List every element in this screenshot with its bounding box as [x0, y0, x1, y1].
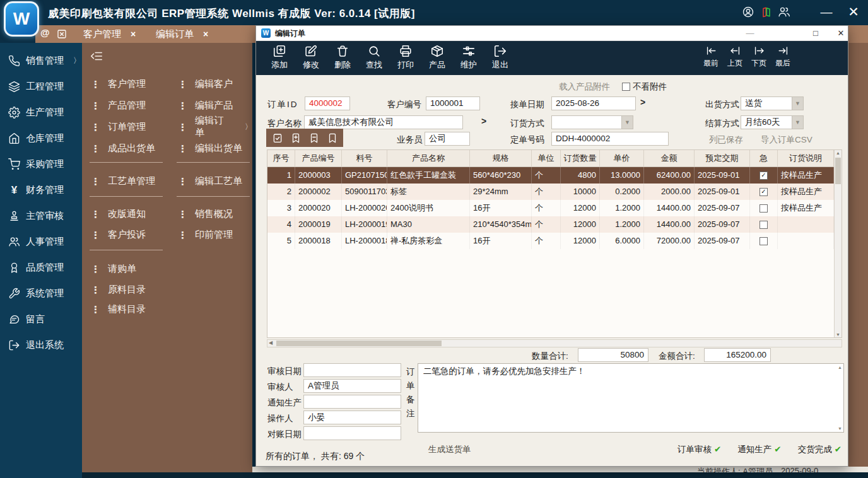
dialog-close-button[interactable]: ✕ — [834, 27, 848, 40]
exit-button[interactable]: 退出 — [484, 44, 516, 71]
receive-date-picker-icon[interactable]: > — [640, 97, 645, 107]
urgent-checkbox-cell[interactable] — [750, 200, 778, 216]
customer-no-field[interactable]: 1000001 — [426, 96, 480, 110]
scrollbar-thumb[interactable] — [835, 158, 841, 184]
sidebar-item-hr[interactable]: 人事管理 — [0, 229, 82, 255]
table-row[interactable]: 52000018LH-2000018禅-私房茶彩盒16开个120006.0000… — [267, 233, 834, 249]
table-row[interactable]: 220000025090011703D标签29*24mm个100000.2000… — [267, 184, 834, 200]
scrollbar-thumb[interactable] — [276, 341, 442, 346]
menu-item-revision-notice[interactable]: ⋮改版通知 — [91, 207, 146, 221]
customer-lookup-icon[interactable]: > — [481, 116, 486, 126]
column-header[interactable]: 订货数量 — [561, 150, 600, 167]
receive-date-field[interactable]: 2025-08-26 — [551, 96, 636, 110]
table-row[interactable]: 32000020LH-20000202400说明书16开个120001.2000… — [267, 200, 834, 216]
checkbox-checked-icon[interactable] — [760, 172, 768, 180]
select-check-icon[interactable] — [272, 132, 283, 144]
delete-button[interactable]: 删除 — [327, 44, 358, 71]
menu-item-order-management[interactable]: ⋮订单管理 — [91, 120, 146, 134]
sidebar-item-quality[interactable]: 品质管理 — [0, 255, 82, 281]
salesman-field[interactable]: 公司 — [425, 132, 470, 146]
checkbox-checked-icon[interactable] — [760, 188, 768, 196]
table-vertical-scrollbar[interactable]: ▲ ▼ — [834, 150, 842, 337]
column-header[interactable]: 产品编号 — [295, 150, 342, 167]
table-horizontal-scrollbar[interactable]: ◀ — [267, 339, 842, 347]
menu-item-raw-materials[interactable]: ⋮原料目录 — [91, 283, 146, 296]
menu-item-edit-shipment[interactable]: ⋮编辑出货单 — [178, 141, 242, 155]
column-header[interactable]: 单价 — [600, 150, 644, 167]
sidebar-item-system[interactable]: 系统管理 — [0, 281, 82, 306]
column-header[interactable]: 预定交期 — [695, 150, 750, 167]
menu-item-sales-overview[interactable]: ⋮销售概况 — [178, 207, 233, 221]
load-attachment-link[interactable]: 载入产品附件 — [559, 81, 610, 93]
sidebar-item-sales[interactable]: 销售管理〉 — [0, 48, 82, 74]
column-header[interactable]: 单位 — [532, 150, 561, 167]
hide-attachment-checkbox[interactable] — [622, 83, 630, 91]
column-header[interactable]: 急 — [750, 150, 778, 167]
scroll-down-icon[interactable]: ▼ — [835, 332, 842, 337]
column-header[interactable]: 规格 — [470, 150, 532, 167]
column-header[interactable]: 料号 — [342, 150, 387, 167]
operator-field[interactable]: 小晏 — [303, 411, 401, 424]
menu-item-edit-customer[interactable]: ⋮编辑客户 — [178, 77, 233, 91]
bookmark-icon[interactable] — [327, 132, 338, 144]
sidebar-item-purchasing[interactable]: 采购管理 — [0, 151, 82, 177]
table-row[interactable]: 12000003GP210715008红色款手工罐盒装560*460*230个4… — [267, 167, 834, 184]
nav-first-button[interactable]: 最前 — [699, 45, 723, 69]
sidebar-item-messages[interactable]: 留言 — [0, 306, 82, 332]
bookmark-add-icon[interactable] — [290, 132, 302, 144]
menu-item-process-sheet[interactable]: ⋮工艺单管理 — [91, 174, 155, 188]
bookmark-remove-icon[interactable] — [308, 132, 320, 144]
sidebar-item-supervisor-audit[interactable]: 主管审核 — [0, 203, 82, 229]
nav-next-button[interactable]: 下页 — [747, 45, 771, 69]
audit-date-field[interactable] — [303, 363, 401, 377]
order-no-field[interactable]: DDH-4000002 — [551, 132, 669, 146]
auditor-field[interactable]: A管理员 — [303, 379, 401, 393]
order-method-select[interactable]: ▼ — [551, 115, 633, 129]
column-header[interactable]: 产品名称 — [387, 150, 470, 167]
settle-method-select[interactable]: 月结60天▼ — [741, 115, 804, 129]
menu-item-prepress[interactable]: ⋮印前管理 — [178, 228, 233, 242]
link-icon[interactable]: @ — [40, 27, 50, 38]
column-header[interactable]: 金额 — [644, 150, 695, 167]
import-csv-link[interactable]: 导入订单CSV — [761, 134, 812, 146]
search-button[interactable]: 查找 — [358, 44, 390, 71]
menu-item-purchase-request[interactable]: ⋮请购单 — [91, 262, 136, 276]
close-button[interactable]: ✕ — [845, 4, 862, 20]
urgent-checkbox-cell[interactable] — [750, 167, 778, 184]
menu-item-customer-complaints[interactable]: ⋮客户投诉 — [91, 228, 146, 242]
sidebar-item-logout[interactable]: 退出系统 — [0, 332, 82, 358]
tab-customer-management[interactable]: 客户管理 × — [83, 25, 136, 43]
menu-item-edit-product[interactable]: ⋮编辑产品 — [178, 98, 233, 112]
menu-item-aux-materials[interactable]: ⋮辅料目录 — [91, 302, 146, 316]
users-icon[interactable] — [778, 6, 790, 18]
notify-production-field[interactable] — [303, 395, 401, 409]
urgent-checkbox-cell[interactable] — [750, 184, 778, 200]
print-button[interactable]: 打印 — [390, 44, 421, 71]
reconcile-date-field[interactable] — [303, 426, 401, 440]
edit-button[interactable]: 修改 — [295, 44, 327, 71]
menu-item-customer-management[interactable]: ⋮客户管理 — [91, 77, 146, 91]
checkbox-unchecked-icon[interactable] — [760, 237, 768, 245]
dialog-titlebar[interactable]: W 编辑订单 — □ ✕ — [256, 26, 848, 41]
generate-delivery-link[interactable]: 生成送货单 — [428, 444, 471, 455]
tab-close-icon[interactable]: × — [131, 29, 136, 39]
maintain-button[interactable]: 维护 — [453, 44, 484, 71]
nav-prev-button[interactable]: 上页 — [723, 45, 747, 69]
chevron-down-icon[interactable]: ▼ — [621, 116, 633, 129]
minimize-button[interactable]: — — [818, 4, 835, 20]
add-button[interactable]: 添加 — [264, 44, 295, 71]
columns-saved-link[interactable]: 列已保存 — [709, 134, 743, 146]
checkbox-unchecked-icon[interactable] — [760, 221, 768, 229]
order-remark-textarea[interactable]: 二笔急的订单，请务必优先加急安排生产！ ▲ ▼ — [418, 363, 844, 433]
menu-item-shipment-orders[interactable]: ⋮成品出货单 — [91, 141, 155, 155]
menu-item-edit-order[interactable]: ⋮编辑订单〉 — [178, 120, 252, 134]
sidebar-item-production[interactable]: 生产管理 — [0, 100, 82, 125]
dialog-maximize-button[interactable]: □ — [809, 27, 823, 40]
sidebar-item-engineering[interactable]: 工程管理 — [0, 74, 82, 100]
collapse-menu-icon[interactable] — [90, 49, 103, 63]
scroll-left-icon[interactable]: ◀ — [269, 340, 273, 346]
scroll-up-icon[interactable]: ▲ — [835, 151, 842, 155]
tab-edit-order[interactable]: 编辑订单 × — [156, 25, 208, 43]
chevron-down-icon[interactable]: ▼ — [792, 97, 803, 110]
product-button[interactable]: 产品 — [421, 44, 453, 71]
